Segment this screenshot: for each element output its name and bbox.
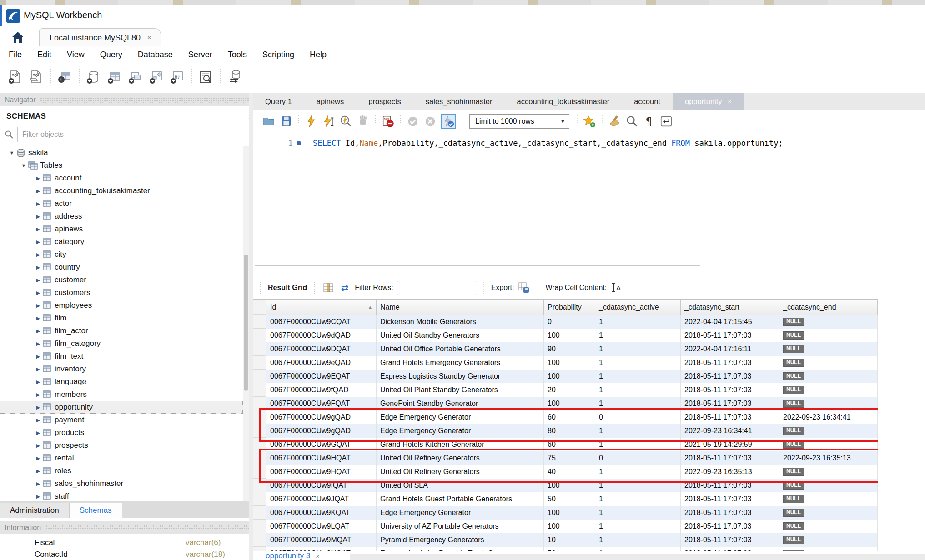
execute-current-icon[interactable] [322, 115, 335, 128]
wrap-icon[interactable] [659, 115, 673, 128]
tree-item-actor[interactable]: ▶actor [0, 197, 243, 210]
expand-icon[interactable]: ▶ [35, 366, 42, 372]
cell-start[interactable]: 2018-05-11 17:07:03 [681, 492, 779, 506]
cell-active[interactable]: 1 [595, 424, 681, 438]
cell-active[interactable]: 1 [595, 315, 681, 329]
table-row[interactable]: 0067F00000CUw9fQADUnited Oil Plant Stand… [253, 383, 878, 397]
cell-active[interactable]: 1 [595, 370, 681, 383]
new-view-icon[interactable] [126, 68, 144, 86]
cell-id[interactable]: 0067F00000CUw9HQAT [266, 465, 377, 479]
cell-end[interactable]: NULL [779, 465, 878, 479]
expand-icon[interactable]: ▶ [35, 328, 42, 334]
tree-item-sales_shohinmaster[interactable]: ▶sales_shohinmaster [0, 477, 243, 490]
cell-probability[interactable]: 90 [544, 342, 595, 356]
new-schema-icon[interactable] [84, 68, 102, 86]
expand-icon[interactable]: ▶ [35, 201, 42, 207]
new-function-icon[interactable]: f() [168, 68, 186, 86]
tree-item-film_category[interactable]: ▶film_category [0, 337, 243, 350]
table-row[interactable]: 0067F00000CUw9KQATEdge Emergency Generat… [253, 506, 878, 520]
grid-columns-icon[interactable] [322, 281, 335, 294]
tree-item-prospects[interactable]: ▶prospects [0, 439, 243, 452]
cell-active[interactable]: 1 [595, 356, 681, 370]
cell-start[interactable]: 2018-05-11 17:07:03 [681, 520, 779, 533]
cell-name[interactable]: Express Logistics Standby Generator [377, 370, 544, 383]
table-row[interactable]: 0067F00000CUw9eQADGrand Hotels Emergency… [253, 356, 878, 370]
tree-item-roles[interactable]: ▶roles [0, 465, 243, 477]
inspector-icon[interactable]: i [55, 68, 74, 86]
cell-start[interactable]: 2018-05-11 17:07:03 [681, 329, 779, 342]
cell-id[interactable]: 0067F00000CUw9DQAT [266, 342, 377, 356]
expand-icon[interactable]: ▶ [35, 481, 42, 487]
cell-name[interactable]: Grand Hotels Emergency Generators [377, 356, 544, 370]
commit-icon[interactable] [406, 115, 420, 128]
expand-icon[interactable]: ▶ [35, 252, 42, 258]
tree-item-products[interactable]: ▶products [0, 426, 243, 439]
close-icon[interactable]: × [316, 552, 320, 560]
cell-active[interactable]: 1 [595, 383, 681, 397]
cell-probability[interactable]: 100 [544, 397, 595, 410]
table-row[interactable]: 0067F00000CUw9LQATUniversity of AZ Porta… [253, 520, 878, 533]
cell-probability[interactable]: 50 [544, 492, 595, 506]
expand-icon[interactable]: ▶ [35, 417, 42, 423]
row-selector[interactable] [253, 370, 266, 383]
tree-item-address[interactable]: ▶address [0, 210, 243, 223]
query-tab-query-1[interactable]: Query 1 [253, 93, 304, 110]
cell-id[interactable]: 0067F00000CUw9LQAT [266, 520, 377, 533]
cell-end[interactable]: 2022-09-23 16:35:13 [779, 451, 878, 465]
export-icon[interactable] [518, 281, 530, 294]
new-sql-tab-icon[interactable]: SQL [6, 68, 24, 86]
cell-probability[interactable]: 80 [544, 424, 595, 438]
cell-name[interactable]: Edge Emergency Generator [377, 506, 544, 520]
expand-icon[interactable]: ▶ [35, 175, 42, 181]
reconnect-dbms-icon[interactable] [225, 68, 243, 86]
limit-rows-dropdown[interactable]: Limit to 1000 rows▼ [469, 114, 569, 129]
tree-item-sakila[interactable]: ▼sakila [0, 146, 243, 159]
column-header-_cdatasync_end[interactable]: _cdatasync_end [779, 300, 878, 315]
favorites-icon[interactable] [583, 115, 596, 128]
cell-start[interactable]: 2018-05-11 17:07:03 [681, 533, 779, 547]
cell-name[interactable]: Edge Emergency Generator [377, 424, 544, 438]
expand-icon[interactable]: ▶ [35, 265, 42, 270]
row-selector[interactable] [253, 438, 266, 451]
cell-start[interactable]: 2018-05-11 17:07:03 [681, 397, 779, 410]
expand-icon[interactable]: ▶ [35, 405, 42, 410]
row-selector[interactable] [253, 342, 266, 356]
cell-start[interactable]: 2018-05-11 17:07:03 [681, 410, 779, 424]
query-tab-accounting_tokuisakimaster[interactable]: accounting_tokuisakimaster [505, 93, 622, 110]
tree-item-accounting_tokuisakimaster[interactable]: ▶accounting_tokuisakimaster [0, 185, 243, 197]
filter-rows-input[interactable] [397, 281, 476, 295]
cell-start[interactable]: 2022-04-04 17:15:45 [681, 315, 779, 329]
row-selector[interactable] [253, 492, 266, 506]
invisibles-icon[interactable]: ¶ [642, 115, 656, 128]
table-row[interactable]: 0067F00000CUw9gQADEdge Emergency Generat… [253, 424, 878, 438]
cell-end[interactable]: NULL [779, 506, 878, 520]
cell-probability[interactable]: 40 [544, 465, 595, 479]
menu-item-edit[interactable]: Edit [30, 50, 59, 60]
query-tab-apinews[interactable]: apinews [304, 93, 357, 110]
expand-icon[interactable]: ▶ [35, 277, 42, 283]
refresh-grid-icon[interactable]: ⇄ [338, 281, 351, 294]
cell-active[interactable]: 1 [595, 397, 681, 410]
cell-name[interactable]: United Oil Refinery Generators [377, 451, 544, 465]
cell-name[interactable]: United Oil Refinery Generators [377, 465, 544, 479]
cell-id[interactable]: 0067F00000CUw9GQAT [266, 438, 377, 451]
cell-probability[interactable]: 100 [544, 356, 595, 370]
cell-probability[interactable]: 100 [544, 506, 595, 520]
cell-id[interactable]: 0067F00000CUw9gQAD [266, 410, 377, 424]
cell-id[interactable]: 0067F00000CUw9dQAD [266, 329, 377, 342]
cell-active[interactable]: 1 [595, 506, 681, 520]
tree-item-apinews[interactable]: ▶apinews [0, 223, 243, 235]
new-table-icon[interactable] [105, 68, 123, 86]
open-file-icon[interactable] [262, 115, 276, 128]
row-selector[interactable] [253, 410, 266, 424]
cell-start[interactable]: 2018-05-11 17:07:03 [681, 356, 779, 370]
expand-icon[interactable]: ▶ [35, 468, 42, 474]
close-icon[interactable]: × [728, 97, 732, 106]
beautify-icon[interactable] [608, 115, 621, 128]
table-row[interactable]: 0067F00000CUw9FQATGenePoint Standby Gene… [253, 397, 878, 410]
column-header-_cdatasync_start[interactable]: _cdatasync_start [681, 300, 779, 315]
table-row[interactable]: 0067F00000CUw9EQATExpress Logistics Stan… [253, 370, 878, 383]
menu-item-database[interactable]: Database [130, 50, 181, 60]
cell-id[interactable]: 0067F00000CUw9HQAT [266, 451, 377, 465]
row-selector[interactable] [253, 533, 266, 547]
